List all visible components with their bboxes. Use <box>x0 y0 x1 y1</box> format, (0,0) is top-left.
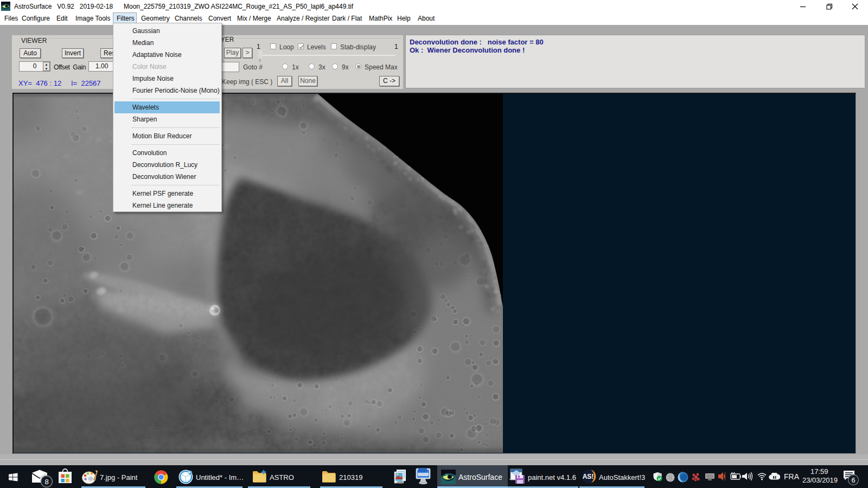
svg-text:AS!: AS! <box>583 473 594 480</box>
svg-text:8: 8 <box>44 478 48 486</box>
svg-text:6: 6 <box>852 477 856 484</box>
